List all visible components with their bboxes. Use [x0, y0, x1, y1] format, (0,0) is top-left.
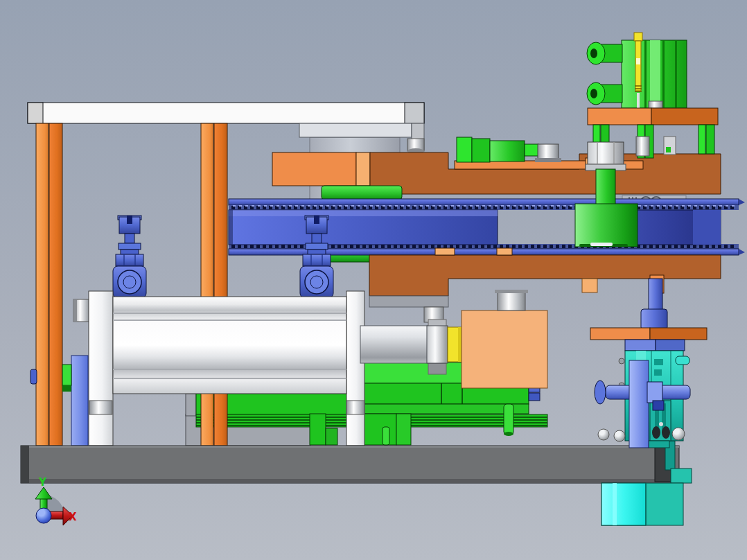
assembly-render[interactable]: Y X	[0, 0, 747, 560]
axis-label-x: X	[69, 511, 77, 523]
mounting-plate[interactable]	[588, 108, 718, 125]
gripper-shaft	[649, 279, 662, 310]
cad-viewport[interactable]: Y X	[0, 0, 747, 560]
gripper-bar	[629, 360, 649, 448]
piston-rod	[360, 326, 428, 363]
support-columns-mid[interactable]	[201, 123, 227, 446]
support-columns-left[interactable]	[36, 123, 62, 446]
axis-label-y: Y	[38, 476, 47, 489]
gripper-mount	[590, 328, 650, 340]
origin-sphere	[36, 508, 51, 523]
base-plate[interactable]	[21, 446, 679, 483]
hex-nut-large	[588, 142, 624, 164]
coupler-block	[462, 310, 547, 388]
drive-pulley[interactable]	[229, 210, 498, 245]
